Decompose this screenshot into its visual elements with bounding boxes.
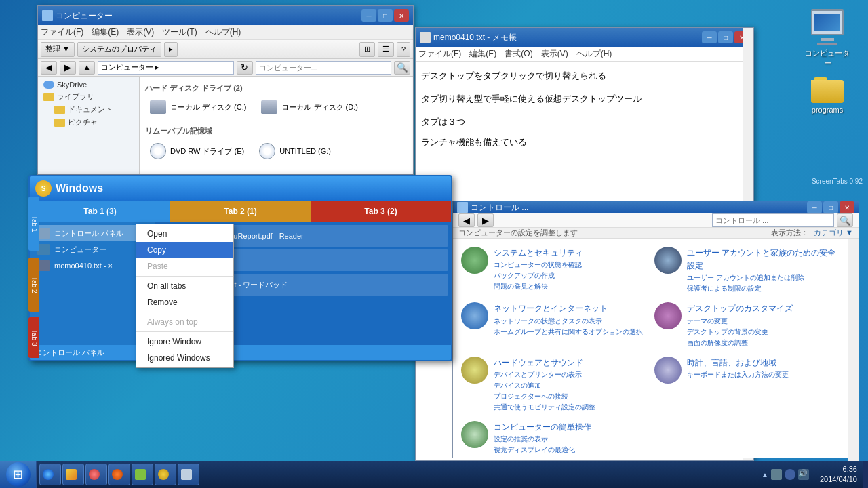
- cp-cat-desktop[interactable]: デスクトップのカスタマイズ テーマの変更 デスクトップの背景の変更 画面の解像度…: [654, 302, 840, 348]
- cp-scrollbar[interactable]: [848, 239, 859, 464]
- side-tab-label-1[interactable]: Tab 1: [28, 197, 39, 251]
- ease-main[interactable]: コンピューターの簡単操作: [494, 421, 591, 434]
- sidebar-library[interactable]: ライブラリ: [41, 90, 136, 103]
- users-sub-2[interactable]: 保護者による制限の設定: [687, 283, 840, 294]
- toolbar-system-props[interactable]: システムのプロパティ: [77, 42, 161, 57]
- cp-maximize[interactable]: □: [823, 201, 838, 214]
- nav-up[interactable]: ▲: [79, 61, 95, 75]
- ctx-copy[interactable]: Copy: [136, 242, 233, 258]
- taskbar-clock[interactable]: 6:36 2014/04/10: [814, 464, 863, 485]
- menu-edit[interactable]: 編集(E): [92, 26, 119, 38]
- address-input[interactable]: [98, 61, 234, 75]
- cp-cat-hardware[interactable]: ハードウェアとサウンド デバイスとプリンターの表示 デバイスの追加 プロジェクタ…: [461, 357, 646, 413]
- ctx-alwaysontop[interactable]: Always on top: [136, 314, 233, 330]
- drive-e[interactable]: DVD RW ドライブ (E): [145, 140, 249, 162]
- ctx-onalltabs[interactable]: On all tabs: [136, 278, 233, 294]
- taskbar-show-desktop[interactable]: [178, 464, 199, 485]
- tab-1[interactable]: Tab 1 (3): [30, 201, 170, 222]
- ctx-open[interactable]: Open: [136, 226, 233, 242]
- clock-main[interactable]: 時計、言語、および地域: [687, 357, 789, 369]
- taskbar-firefox[interactable]: [108, 464, 130, 485]
- sidebar-skydrive[interactable]: SkyDrive: [41, 79, 136, 90]
- memo-menu-help[interactable]: ヘルプ(H): [576, 48, 612, 60]
- tab-3[interactable]: Tab 3 (2): [311, 201, 451, 222]
- menu-file[interactable]: ファイル(F): [41, 26, 83, 38]
- st-item-computer[interactable]: コンピューター: [33, 241, 153, 258]
- cp-cat-security[interactable]: システムとセキュリティ コンピューターの状態を確認 バックアップの作成 問題の発…: [461, 247, 646, 294]
- cp-search-button[interactable]: 🔍: [837, 214, 853, 227]
- taskbar-ie[interactable]: [39, 464, 61, 485]
- sidebar-pictures[interactable]: ピクチャ: [41, 116, 136, 129]
- nav-forward[interactable]: ▶: [60, 61, 76, 75]
- drive-c[interactable]: ローカル ディスク (C:): [145, 98, 251, 117]
- cp-category-label[interactable]: カテゴリ ▼: [814, 228, 853, 238]
- memo-menu-file[interactable]: ファイル(F): [418, 48, 461, 60]
- users-main[interactable]: ユーザー アカウントと家族のための安全設定: [687, 247, 840, 272]
- menu-help[interactable]: ヘルプ(H): [205, 26, 241, 38]
- taskbar-mediaplayer[interactable]: [85, 464, 107, 485]
- sidebar-documents[interactable]: ドキュメント: [41, 103, 136, 116]
- show-desktop-btn[interactable]: [863, 461, 868, 488]
- explorer-close[interactable]: ✕: [394, 9, 409, 22]
- hardware-sub-1[interactable]: デバイスとプリンターの表示: [494, 369, 595, 380]
- search-button[interactable]: 🔍: [394, 61, 410, 75]
- nav-back[interactable]: ◀: [41, 61, 57, 75]
- ctx-paste[interactable]: Paste: [136, 258, 233, 274]
- ctx-remove[interactable]: Remove: [136, 294, 233, 310]
- desktop-main[interactable]: デスクトップのカスタマイズ: [687, 302, 793, 315]
- toolbar-more[interactable]: ▸: [164, 42, 178, 57]
- network-main[interactable]: ネットワークとインターネット: [494, 302, 643, 315]
- desktop-icon-computer[interactable]: コンピューター: [800, 7, 854, 71]
- security-sub-2[interactable]: バックアップの作成: [494, 270, 583, 281]
- menu-view[interactable]: 表示(V): [127, 26, 154, 38]
- memo-menu-edit[interactable]: 編集(E): [469, 48, 496, 60]
- desktop-sub-1[interactable]: テーマの変更: [687, 316, 793, 327]
- toolbar-help[interactable]: ?: [397, 42, 410, 57]
- taskbar-screentabs[interactable]: [155, 464, 176, 485]
- desktop-icon-programs[interactable]: programs: [800, 75, 854, 117]
- ctx-ignoredwindows[interactable]: Ignored Windows: [136, 350, 233, 366]
- explorer-minimize[interactable]: ─: [361, 9, 376, 22]
- cp-search-input[interactable]: [712, 214, 834, 227]
- search-input[interactable]: [256, 61, 392, 75]
- drive-g[interactable]: UNTITLED (G:): [254, 140, 336, 162]
- taskbar-app5[interactable]: [132, 464, 153, 485]
- desktop-sub-2[interactable]: デスクトップの背景の変更: [687, 327, 793, 338]
- clock-sub-1[interactable]: キーボードまたは入力方法の変更: [687, 369, 789, 380]
- cp-nav-forward[interactable]: ▶: [477, 214, 494, 227]
- side-tab-label-2[interactable]: Tab 2: [28, 258, 39, 312]
- start-button[interactable]: ⊞: [0, 461, 37, 488]
- st-item-controlpanel[interactable]: コントロール パネル: [33, 225, 153, 241]
- hardware-sub-4[interactable]: 共通で使うモビリティ設定の調整: [494, 402, 595, 413]
- memo-maximize[interactable]: □: [718, 31, 733, 43]
- users-sub-1[interactable]: ユーザー アカウントの追加または削除: [687, 272, 840, 283]
- tray-up-arrow[interactable]: ▲: [762, 471, 768, 479]
- cp-nav-back[interactable]: ◀: [458, 214, 475, 227]
- toolbar-view-icons[interactable]: ⊞: [359, 42, 375, 57]
- cp-minimize[interactable]: ─: [807, 201, 822, 214]
- toolbar-view-list[interactable]: ☰: [378, 42, 394, 57]
- cp-cat-clock[interactable]: 時計、言語、および地域 キーボードまたは入力方法の変更: [654, 357, 840, 413]
- security-main[interactable]: システムとセキュリティ: [494, 247, 583, 260]
- ctx-ignorewindow[interactable]: Ignore Window: [136, 333, 233, 350]
- cp-close[interactable]: ✕: [840, 201, 854, 214]
- toolbar-organize[interactable]: 整理 ▼: [41, 42, 75, 57]
- tray-volume-icon[interactable]: 🔊: [798, 469, 809, 480]
- cp-cat-users[interactable]: ユーザー アカウントと家族のための安全設定 ユーザー アカウントの追加または削除…: [654, 247, 840, 294]
- nav-refresh[interactable]: ↻: [237, 61, 253, 75]
- hardware-sub-3[interactable]: プロジェクターへの接続: [494, 391, 595, 402]
- drive-d[interactable]: ローカル ディスク (D:): [256, 98, 362, 117]
- network-sub-1[interactable]: ネットワークの状態とタスクの表示: [494, 316, 643, 327]
- ease-sub-1[interactable]: 設定の推奨の表示: [494, 434, 591, 445]
- taskbar-explorer[interactable]: [62, 464, 84, 485]
- security-sub-1[interactable]: コンピューターの状態を確認: [494, 260, 583, 270]
- security-sub-3[interactable]: 問題の発見と解決: [494, 281, 583, 292]
- hardware-main[interactable]: ハードウェアとサウンド: [494, 357, 595, 369]
- memo-minimize[interactable]: ─: [702, 31, 717, 43]
- cp-cat-network[interactable]: ネットワークとインターネット ネットワークの状態とタスクの表示 ホームグループと…: [461, 302, 646, 348]
- memo-menu-view[interactable]: 表示(V): [541, 48, 568, 60]
- memo-menu-format[interactable]: 書式(O): [505, 48, 532, 60]
- ease-sub-2[interactable]: 視覚ディスプレイの最適化: [494, 445, 591, 455]
- st-item-memo[interactable]: memo0410.txt - ×: [33, 258, 153, 274]
- tab-2[interactable]: Tab 2 (1): [170, 201, 311, 222]
